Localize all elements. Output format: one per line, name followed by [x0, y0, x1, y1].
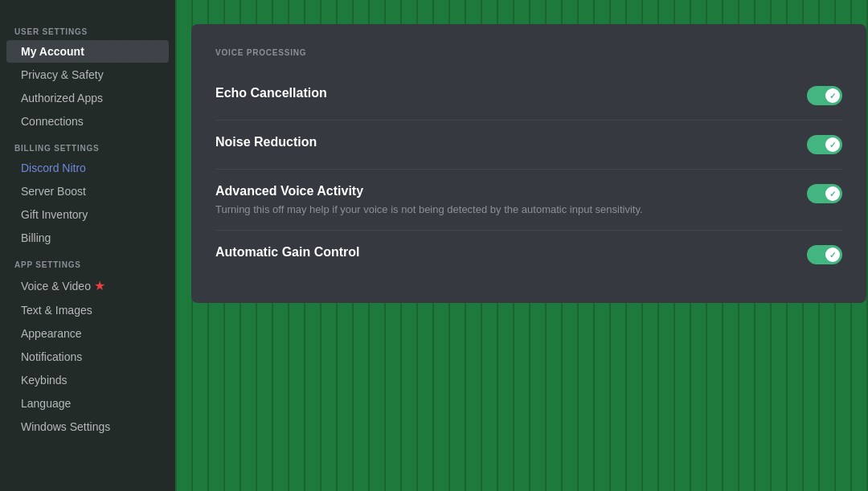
- sidebar-item-discord-nitro[interactable]: Discord Nitro: [6, 157, 169, 179]
- sidebar-item-label: Authorized Apps: [21, 92, 103, 104]
- sidebar-item-notifications[interactable]: Notifications: [6, 346, 169, 368]
- sidebar-item-label: Billing: [21, 231, 51, 244]
- section-title: VOICE PROCESSING: [215, 48, 842, 57]
- sidebar-item-gift-inventory[interactable]: Gift Inventory: [6, 203, 169, 226]
- sidebar-item-label: Privacy & Safety: [21, 68, 104, 81]
- setting-row-noise-reduction: Noise Reduction: [215, 121, 842, 170]
- sidebar-item-server-boost[interactable]: Server Boost: [6, 180, 169, 203]
- sidebar-item-privacy-safety[interactable]: Privacy & Safety: [6, 63, 169, 86]
- toggle-advanced-voice-activity[interactable]: [807, 184, 842, 203]
- sidebar-item-label: Text & Images: [21, 304, 92, 317]
- sidebar-item-label: Language: [21, 397, 71, 410]
- content-panel: VOICE PROCESSING Echo Cancellation Noise…: [191, 24, 866, 303]
- setting-text: Noise Reduction: [215, 135, 317, 151]
- sidebar-item-label: Appearance: [21, 327, 82, 340]
- setting-label: Advanced Voice Activity: [215, 184, 643, 198]
- toggle-knob: [825, 137, 840, 152]
- sidebar-item-label: Connections: [21, 115, 84, 128]
- sidebar-item-authorized-apps[interactable]: Authorized Apps: [6, 87, 169, 109]
- sidebar-item-appearance[interactable]: Appearance: [6, 322, 169, 345]
- sidebar-item-text-images[interactable]: Text & Images: [6, 299, 169, 321]
- sidebar-item-connections[interactable]: Connections: [6, 110, 169, 133]
- toggle-knob: [825, 186, 840, 201]
- sidebar-item-label: Gift Inventory: [21, 208, 88, 221]
- sidebar-item-label: Server Boost: [21, 185, 86, 198]
- sidebar-item-label: My Account: [21, 45, 84, 58]
- billing-settings-label: BILLING SETTINGS: [0, 137, 175, 156]
- sidebar-item-label: Windows Settings: [21, 420, 110, 433]
- setting-row-automatic-gain-control: Automatic Gain Control: [215, 231, 842, 279]
- sidebar: USER SETTINGS My Account Privacy & Safet…: [0, 0, 175, 491]
- setting-label: Automatic Gain Control: [215, 245, 360, 260]
- setting-row-echo-cancellation: Echo Cancellation: [215, 72, 842, 121]
- star-icon: ★: [94, 278, 105, 293]
- sidebar-item-voice-video[interactable]: Voice & Video ★: [6, 273, 169, 298]
- toggle-knob: [825, 88, 840, 103]
- sidebar-item-billing[interactable]: Billing: [6, 227, 169, 249]
- sidebar-item-windows-settings[interactable]: Windows Settings: [6, 415, 169, 438]
- setting-text: Advanced Voice Activity Turning this off…: [215, 184, 643, 215]
- sidebar-item-label: Discord Nitro: [21, 162, 86, 174]
- toggle-knob: [825, 248, 840, 262]
- setting-label: Noise Reduction: [215, 135, 317, 149]
- toggle-echo-cancellation[interactable]: [807, 86, 842, 105]
- setting-desc: Turning this off may help if your voice …: [215, 203, 643, 215]
- sidebar-item-label: Voice & Video: [21, 280, 91, 293]
- toggle-automatic-gain-control[interactable]: [807, 245, 842, 264]
- sidebar-item-label: Notifications: [21, 350, 82, 363]
- setting-text: Automatic Gain Control: [215, 245, 360, 261]
- sidebar-item-language[interactable]: Language: [6, 392, 169, 415]
- app-settings-label: APP SETTINGS: [0, 254, 175, 272]
- setting-label: Echo Cancellation: [215, 86, 327, 100]
- main-content: VOICE PROCESSING Echo Cancellation Noise…: [175, 0, 868, 491]
- user-settings-label: USER SETTINGS: [0, 21, 175, 39]
- setting-text: Echo Cancellation: [215, 86, 327, 102]
- sidebar-item-keybinds[interactable]: Keybinds: [6, 369, 169, 391]
- toggle-noise-reduction[interactable]: [807, 135, 842, 154]
- sidebar-item-my-account[interactable]: My Account: [6, 40, 169, 63]
- sidebar-item-label: Keybinds: [21, 374, 68, 387]
- setting-row-advanced-voice-activity: Advanced Voice Activity Turning this off…: [215, 170, 842, 231]
